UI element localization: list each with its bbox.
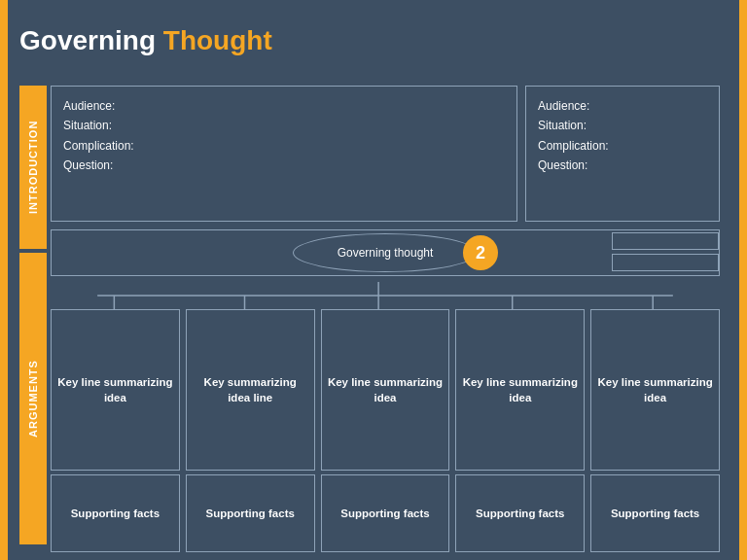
arg-col-1: Key line summarizing idea Supporting fac… — [51, 309, 180, 552]
arguments-label: Arguments — [19, 253, 47, 544]
arg-col-5: Key line summarizing idea Supporting fac… — [590, 309, 720, 552]
connector-svg — [51, 282, 720, 309]
arguments-section: Key line summarizing idea Supporting fac… — [51, 309, 720, 552]
page-title: Governing Thought — [19, 25, 272, 56]
key-line-box-1: Key line summarizing idea — [51, 309, 180, 471]
accent-bar-left — [0, 0, 8, 560]
key-line-box-3: Key line summarizing idea — [321, 309, 450, 471]
header: Governing Thought — [19, 12, 728, 70]
diagram: Audience:Situation:Complication:Question… — [51, 86, 720, 544]
arg-col-4: Key line summarizing idea Supporting fac… — [455, 309, 585, 552]
right-box-2 — [612, 254, 719, 271]
intro-left-text: Audience:Situation:Complication:Question… — [63, 96, 505, 176]
number-badge: 2 — [463, 235, 498, 270]
supporting-box-5: Supporting facts — [590, 474, 720, 552]
governing-ellipse: Governing thought — [293, 233, 478, 272]
key-line-box-2: Key summarizing idea line — [186, 309, 315, 471]
arg-col-2: Key summarizing idea line Supporting fac… — [186, 309, 315, 552]
intro-box-right: Audience:Situation:Complication:Question… — [525, 86, 720, 222]
governing-thought-section: Governing thought 2 — [51, 229, 720, 280]
introduction-label: Introduction — [19, 86, 47, 249]
supporting-box-1: Supporting facts — [51, 474, 180, 552]
connector-area — [51, 282, 720, 309]
key-line-box-5: Key line summarizing idea — [590, 309, 720, 471]
supporting-box-3: Supporting facts — [321, 474, 450, 552]
right-connector-boxes — [612, 232, 719, 271]
supporting-box-2: Supporting facts — [186, 474, 315, 552]
governing-thought-label: Governing thought — [338, 246, 434, 260]
intro-right-text: Audience:Situation:Complication:Question… — [538, 96, 707, 176]
accent-bar-right — [739, 0, 747, 560]
intro-box-left: Audience:Situation:Complication:Question… — [51, 86, 517, 222]
intro-section: Audience:Situation:Complication:Question… — [51, 86, 720, 222]
supporting-box-4: Supporting facts — [455, 474, 585, 552]
side-labels: Introduction Arguments — [19, 86, 47, 544]
key-line-box-4: Key line summarizing idea — [455, 309, 585, 471]
governing-bar: Governing thought 2 — [51, 229, 720, 276]
right-box-1 — [612, 232, 719, 250]
arg-col-3: Key line summarizing idea Supporting fac… — [321, 309, 450, 552]
